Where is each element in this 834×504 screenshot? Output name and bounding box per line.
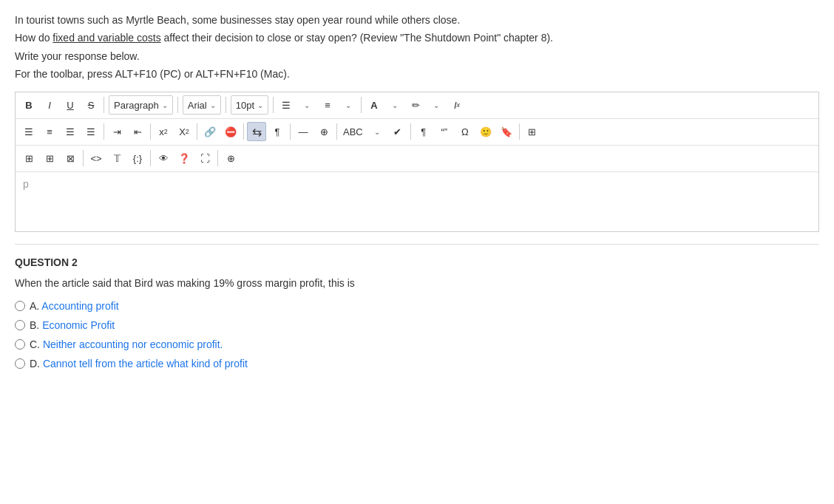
- instruction-line2-pre: How do: [15, 32, 52, 44]
- option-c-prefix: C.: [30, 338, 43, 350]
- help-button[interactable]: ❓: [174, 149, 194, 168]
- section-divider: [15, 244, 819, 245]
- insert-special-button[interactable]: ⊕: [314, 122, 333, 141]
- indent-button[interactable]: ⇥: [107, 122, 126, 141]
- question-instructions: In tourist towns such as Myrtle Beach, s…: [15, 12, 819, 83]
- separator-r2-6: [336, 123, 337, 140]
- separator-5: [361, 97, 362, 113]
- braces-button[interactable]: {:}: [128, 149, 147, 168]
- option-a-text: Accounting profit: [41, 300, 118, 312]
- separator-r2-5: [290, 123, 291, 140]
- option-b-text: Economic Profit: [42, 319, 115, 331]
- instruction-line3: Write your response below.: [15, 48, 819, 64]
- instruction-line4: For the toolbar, press ALT+F10 (PC) or A…: [15, 66, 819, 82]
- em-dash-button[interactable]: —: [294, 122, 313, 141]
- table-grid-button[interactable]: ⊞: [19, 149, 38, 168]
- fullscreen-button[interactable]: ⛶: [195, 149, 214, 168]
- answer-option-a: A. Accounting profit: [15, 300, 819, 312]
- strikethrough-button[interactable]: S: [81, 95, 101, 115]
- quotes-button[interactable]: “”: [435, 122, 454, 141]
- editor-placeholder: p: [23, 178, 29, 190]
- omega-button[interactable]: Ω: [455, 122, 475, 141]
- font-color-button[interactable]: A: [365, 95, 384, 115]
- table-cell-button[interactable]: ⊞: [40, 149, 59, 168]
- unlink-button[interactable]: ⛔: [221, 122, 240, 141]
- separator-r2-2: [150, 123, 151, 140]
- question-2-label: QUESTION 2: [15, 256, 819, 268]
- separator-4: [273, 97, 274, 113]
- add-content-button[interactable]: ⊕: [221, 149, 240, 168]
- smiley-button[interactable]: 🙂: [476, 122, 495, 141]
- spellcheck-button[interactable]: ABC: [340, 122, 366, 141]
- highlight-button[interactable]: ✏: [406, 95, 425, 115]
- toolbar-row-1: B I U S Paragraph ⌄ Arial ⌄ 10pt ⌄ ☰: [16, 92, 818, 119]
- toolbar-row-3: ⊞ ⊞ ⊠ <> 𝕋 {:} 👁 ❓ ⛶ ⊕: [16, 146, 818, 172]
- unordered-list-button[interactable]: ☰: [277, 95, 296, 115]
- font-chevron-icon: ⌄: [210, 101, 216, 109]
- unordered-list-chevron-icon[interactable]: ⌄: [297, 95, 316, 115]
- option-c-text: Neither accounting nor economic profit.: [43, 338, 223, 350]
- align-left-button[interactable]: ☰: [19, 122, 38, 141]
- paragraph-select[interactable]: Paragraph ⌄: [109, 95, 173, 115]
- bookmark-button[interactable]: 🔖: [497, 122, 516, 141]
- radio-option-a[interactable]: [15, 301, 25, 311]
- code-button[interactable]: <>: [87, 149, 106, 168]
- instruction-line2-post: affect their decision to close or stay o…: [161, 32, 553, 44]
- link-button[interactable]: 🔗: [200, 122, 220, 141]
- paragraph2-button[interactable]: ¶: [414, 122, 433, 141]
- question-2-text: When the article said that Bird was maki…: [15, 276, 819, 291]
- font-label: Arial: [188, 100, 207, 111]
- ordered-list-button[interactable]: ≡: [318, 95, 337, 115]
- radio-option-c[interactable]: [15, 339, 25, 350]
- separator-3: [226, 97, 226, 113]
- align-center-button[interactable]: ≡: [40, 122, 59, 141]
- underline-button[interactable]: U: [61, 95, 80, 115]
- align-right-button[interactable]: ☰: [61, 122, 80, 141]
- option-b-label[interactable]: B. Economic Profit: [30, 319, 115, 331]
- answer-option-b: B. Economic Profit: [15, 319, 819, 331]
- option-b-prefix: B.: [30, 319, 42, 331]
- separator-r3-2: [150, 150, 151, 166]
- bold-button[interactable]: B: [19, 95, 38, 115]
- rtl-button[interactable]: ⇆: [247, 122, 266, 141]
- separator-r2-3: [197, 123, 197, 140]
- separator-2: [177, 97, 178, 113]
- radio-option-b[interactable]: [15, 320, 25, 330]
- size-chevron-icon: ⌄: [257, 101, 263, 109]
- highlight-chevron-icon[interactable]: ⌄: [427, 95, 446, 115]
- table-props-button[interactable]: ⊠: [61, 149, 80, 168]
- italic-button[interactable]: I: [40, 95, 59, 115]
- option-c-label[interactable]: C. Neither accounting nor economic profi…: [30, 338, 223, 350]
- ordered-list-chevron-icon[interactable]: ⌄: [339, 95, 358, 115]
- separator-r2-1: [104, 123, 104, 140]
- option-a-label[interactable]: A. Accounting profit: [30, 300, 119, 312]
- radio-option-d[interactable]: [15, 358, 25, 369]
- answer-option-d: D. Cannot tell from the article what kin…: [15, 358, 819, 370]
- superscript-button[interactable]: x2: [154, 122, 173, 141]
- preview-button[interactable]: 👁: [154, 149, 173, 168]
- option-d-label[interactable]: D. Cannot tell from the article what kin…: [30, 358, 248, 370]
- option-d-prefix: D.: [30, 358, 43, 370]
- clear-format-button[interactable]: Ix: [447, 95, 467, 115]
- separator-r2-7: [410, 123, 411, 140]
- editor-body[interactable]: p: [16, 172, 818, 231]
- size-select[interactable]: 10pt ⌄: [231, 95, 268, 115]
- spellcheck-chevron-icon[interactable]: ⌄: [367, 122, 387, 141]
- pilcrow-button[interactable]: ¶: [268, 122, 287, 141]
- question-2-block: QUESTION 2 When the article said that Bi…: [15, 256, 819, 370]
- font-color-chevron-icon[interactable]: ⌄: [385, 95, 404, 115]
- checkmark-button[interactable]: ✔: [388, 122, 407, 141]
- typography-button[interactable]: 𝕋: [107, 149, 126, 168]
- separator-r2-8: [519, 123, 520, 140]
- font-select[interactable]: Arial ⌄: [183, 95, 221, 115]
- instruction-line1: In tourist towns such as Myrtle Beach, s…: [15, 12, 819, 28]
- instruction-line2-underlined: fixed and variable costs: [52, 32, 160, 44]
- instruction-line2: How do fixed and variable costs affect t…: [15, 30, 819, 46]
- size-label: 10pt: [236, 100, 254, 111]
- paragraph-chevron-icon: ⌄: [162, 101, 168, 109]
- table-button[interactable]: ⊞: [523, 122, 542, 141]
- outdent-button[interactable]: ⇤: [128, 122, 147, 141]
- align-justify-button[interactable]: ☰: [81, 122, 101, 141]
- paragraph-label: Paragraph: [114, 100, 159, 111]
- subscript-button[interactable]: X2: [174, 122, 194, 141]
